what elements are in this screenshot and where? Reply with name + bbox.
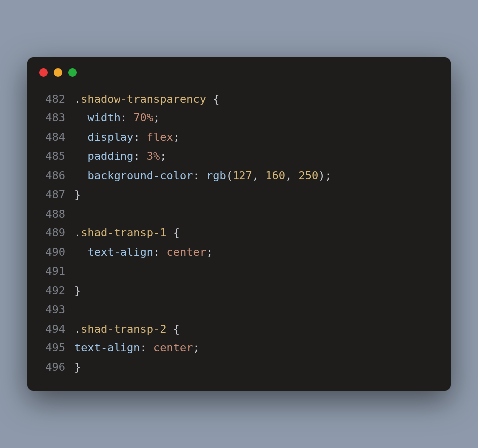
line-number: 493 — [37, 300, 65, 320]
line-number: 496 — [37, 358, 65, 377]
code-line[interactable]: 486 background-color: rgb(127, 160, 250)… — [37, 166, 441, 186]
code-line[interactable]: 493 — [37, 300, 441, 320]
minimize-icon[interactable] — [54, 68, 62, 77]
code-content[interactable]: } — [74, 358, 81, 377]
code-line[interactable]: 489.shad-transp-1 { — [37, 224, 441, 243]
line-number: 484 — [37, 128, 65, 147]
line-number: 488 — [37, 205, 65, 224]
line-number: 495 — [37, 338, 65, 358]
titlebar — [27, 57, 451, 86]
maximize-icon[interactable] — [68, 68, 77, 77]
code-line[interactable]: 492} — [37, 281, 441, 301]
code-line[interactable]: 483 width: 70%; — [37, 109, 441, 128]
code-line[interactable]: 482.shadow-transparency { — [37, 90, 441, 109]
code-content[interactable]: text-align: center; — [74, 338, 200, 358]
code-content[interactable]: text-align: center; — [74, 243, 213, 262]
line-number: 482 — [37, 90, 65, 109]
code-content[interactable]: .shad-transp-2 { — [74, 320, 180, 339]
line-number: 487 — [37, 185, 65, 205]
code-content[interactable]: } — [74, 281, 81, 301]
code-line[interactable]: 484 display: flex; — [37, 128, 441, 147]
code-content[interactable]: } — [74, 185, 81, 205]
code-content[interactable]: display: flex; — [74, 128, 180, 147]
line-number: 485 — [37, 147, 65, 166]
line-number: 491 — [37, 262, 65, 281]
code-line[interactable]: 490 text-align: center; — [37, 243, 441, 262]
line-number: 494 — [37, 320, 65, 339]
code-line[interactable]: 491 — [37, 262, 441, 281]
code-content[interactable] — [74, 262, 81, 281]
code-content[interactable] — [74, 205, 81, 224]
line-number: 490 — [37, 243, 65, 262]
code-content[interactable]: width: 70%; — [74, 109, 160, 128]
code-content[interactable]: background-color: rgb(127, 160, 250); — [74, 166, 332, 186]
line-number: 486 — [37, 166, 65, 186]
code-line[interactable]: 494.shad-transp-2 { — [37, 320, 441, 339]
close-icon[interactable] — [39, 68, 48, 77]
code-line[interactable]: 487} — [37, 185, 441, 205]
code-content[interactable]: .shadow-transparency { — [74, 90, 219, 109]
code-line[interactable]: 496} — [37, 358, 441, 377]
line-number: 492 — [37, 281, 65, 301]
code-line[interactable]: 495text-align: center; — [37, 338, 441, 358]
line-number: 483 — [37, 109, 65, 128]
code-content[interactable] — [74, 300, 81, 320]
code-editor[interactable]: 482.shadow-transparency {483 width: 70%;… — [27, 86, 451, 381]
code-line[interactable]: 488 — [37, 205, 441, 224]
line-number: 489 — [37, 224, 65, 243]
code-content[interactable]: .shad-transp-1 { — [74, 224, 180, 243]
code-content[interactable]: padding: 3%; — [74, 147, 166, 166]
editor-window: 482.shadow-transparency {483 width: 70%;… — [27, 57, 451, 391]
code-line[interactable]: 485 padding: 3%; — [37, 147, 441, 166]
